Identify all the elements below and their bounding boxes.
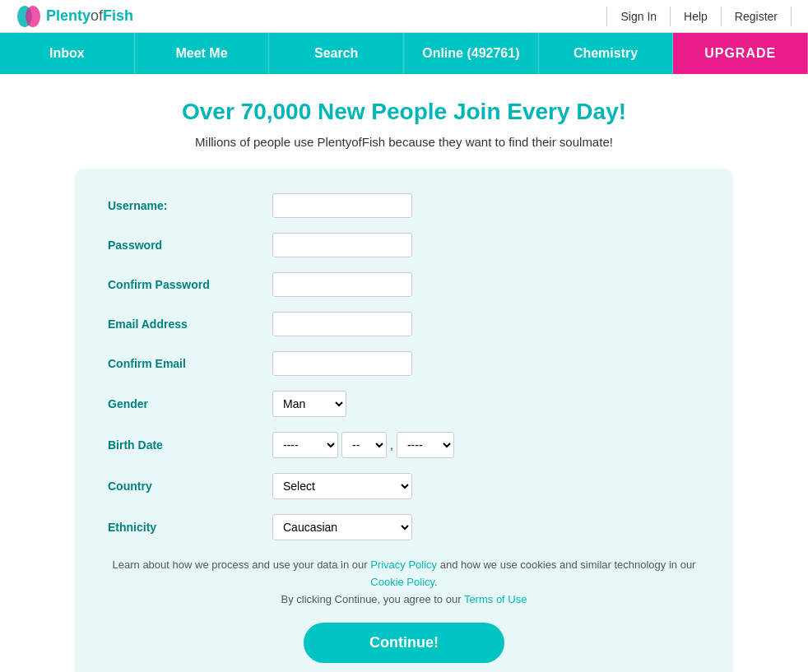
nav-search[interactable]: Search	[269, 33, 404, 74]
password-input[interactable]	[272, 233, 412, 257]
confirm-password-input[interactable]	[272, 272, 412, 297]
username-row: Username:	[108, 193, 700, 218]
main-content: Over 70,000 New People Join Every Day! M…	[0, 74, 808, 672]
username-input[interactable]	[272, 193, 412, 218]
logo: PlentyofFish	[16, 4, 133, 29]
confirm-email-input[interactable]	[272, 351, 412, 376]
legal-text: Learn about how we process and use your …	[108, 557, 700, 608]
terms-of-use-link[interactable]: Terms of Use	[464, 593, 527, 605]
nav-chemistry[interactable]: Chemistry	[539, 33, 674, 74]
help-link[interactable]: Help	[671, 7, 722, 26]
birth-date-group: ---- JanFebMar AprMayJun JulAugSep OctNo…	[272, 432, 454, 458]
privacy-policy-link[interactable]: Privacy Policy	[370, 558, 437, 571]
password-row: Password	[108, 233, 700, 257]
nav-bar: Inbox Meet Me Search Online (492761) Che…	[0, 33, 808, 74]
nav-meet-me[interactable]: Meet Me	[135, 33, 270, 74]
headline: Over 70,000 New People Join Every Day!	[16, 99, 792, 125]
continue-btn-wrap: Continue!	[108, 623, 700, 663]
legal-line2-pre: By clicking Continue, you agree to our	[281, 593, 464, 605]
ethnicity-select[interactable]: Caucasian African American Hispanic Asia…	[272, 514, 412, 540]
register-link[interactable]: Register	[722, 7, 792, 26]
form-card: Username: Password Confirm Password Emai…	[75, 169, 733, 672]
top-links: Sign In Help Register	[606, 7, 792, 26]
gender-select[interactable]: Man Woman	[272, 391, 346, 417]
birth-year-select[interactable]: ---- 2005200420032002 2001200019991998 1…	[397, 432, 454, 458]
email-input[interactable]	[272, 312, 412, 336]
username-label: Username:	[108, 199, 272, 212]
logo-text: PlentyofFish	[46, 7, 133, 25]
birth-date-label: Birth Date	[108, 438, 272, 452]
birth-date-separator: ,	[390, 438, 393, 452]
country-label: Country	[108, 480, 272, 493]
nav-inbox[interactable]: Inbox	[0, 33, 135, 74]
legal-line1-pre: Learn about how we process and use your …	[113, 558, 371, 571]
gender-row: Gender Man Woman	[108, 391, 700, 417]
cookie-policy-link[interactable]: Cookie Policy	[370, 576, 434, 588]
confirm-password-label: Confirm Password	[108, 278, 272, 291]
nav-online[interactable]: Online (492761)	[404, 33, 539, 74]
confirm-email-row: Confirm Email	[108, 351, 700, 376]
email-label: Email Address	[108, 317, 272, 331]
legal-line1-mid: and how we use cookies and similar techn…	[437, 558, 695, 571]
svg-point-1	[26, 6, 40, 27]
top-bar: PlentyofFish Sign In Help Register	[0, 0, 808, 33]
birth-date-row: Birth Date ---- JanFebMar AprMayJun JulA…	[108, 432, 700, 458]
ethnicity-label: Ethnicity	[108, 521, 272, 534]
password-label: Password	[108, 239, 272, 252]
country-select[interactable]: Select United States United Kingdom Cana…	[272, 473, 412, 499]
continue-button[interactable]: Continue!	[304, 623, 504, 663]
country-row: Country Select United States United King…	[108, 473, 700, 499]
nav-upgrade[interactable]: UPGRADE	[673, 33, 808, 74]
confirm-email-label: Confirm Email	[108, 357, 272, 370]
sign-in-link[interactable]: Sign In	[606, 7, 671, 26]
subheadline: Millions of people use PlentyofFish beca…	[16, 135, 792, 149]
birth-month-select[interactable]: ---- JanFebMar AprMayJun JulAugSep OctNo…	[272, 432, 338, 458]
birth-day-select[interactable]: -- 1234 5678 9101112 13141516 17181920 2…	[341, 432, 387, 458]
email-row: Email Address	[108, 312, 700, 336]
gender-label: Gender	[108, 397, 272, 410]
confirm-password-row: Confirm Password	[108, 272, 700, 297]
ethnicity-row: Ethnicity Caucasian African American His…	[108, 514, 700, 540]
